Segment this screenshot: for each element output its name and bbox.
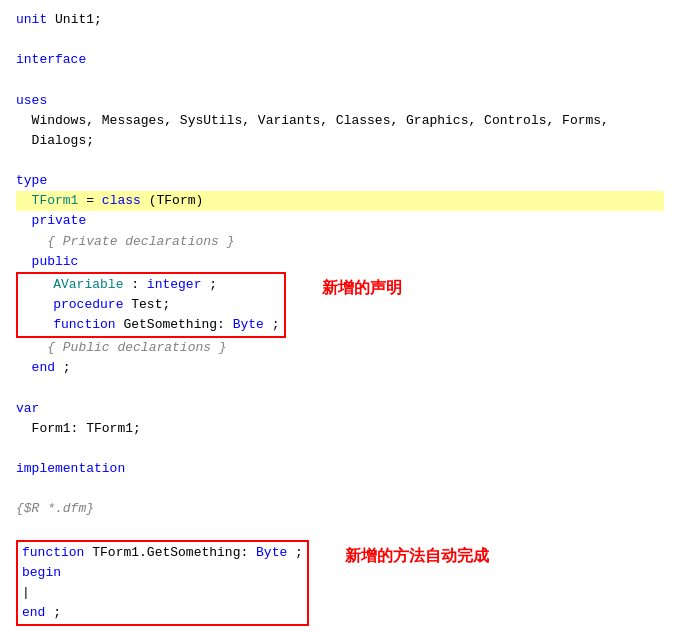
line-unit: unit Unit1; <box>16 10 664 30</box>
kw-end1: end <box>22 605 45 620</box>
blank-7 <box>16 520 664 540</box>
code-editor: unit Unit1; interface uses Windows, Mess… <box>16 10 664 632</box>
function-redbox: function TForm1.GetSomething: Byte ; beg… <box>16 540 309 627</box>
line-uses-dialogs: Dialogs; <box>16 131 664 151</box>
line-avariable: AVariable : integer ; <box>22 275 280 295</box>
func-fullname: TForm1.GetSomething: <box>92 545 256 560</box>
getsomething-semi: ; <box>272 317 280 332</box>
tform-parent: (TForm) <box>149 193 204 208</box>
tform1-name: TForm1 <box>32 193 79 208</box>
declaration-redbox: AVariable : integer ; procedure Test; fu… <box>16 272 286 338</box>
blank-6 <box>16 479 664 499</box>
kw-integer: integer <box>147 277 202 292</box>
kw-function1: function <box>53 317 115 332</box>
kw-implementation: implementation <box>16 461 125 476</box>
line-type: type <box>16 171 664 191</box>
line-interface: interface <box>16 50 664 70</box>
kw-class: class <box>102 193 141 208</box>
kw-byte: Byte <box>233 317 264 332</box>
annotation-new-method-auto: 新增的方法自动完成 <box>345 544 489 569</box>
line-procedure-test: procedure Test; <box>22 295 280 315</box>
blank-8 <box>16 626 664 632</box>
blank-5 <box>16 439 664 459</box>
declaration-section: AVariable : integer ; procedure Test; fu… <box>16 272 664 338</box>
avariable-type: : <box>131 277 147 292</box>
kw-procedure1: procedure <box>53 297 123 312</box>
kw-public: public <box>32 254 79 269</box>
private-comment: { Private declarations } <box>47 234 234 249</box>
func-end-semi: ; <box>53 605 61 620</box>
line-public: public <box>16 252 664 272</box>
function-section: function TForm1.GetSomething: Byte ; beg… <box>16 540 664 627</box>
line-func-header: function TForm1.GetSomething: Byte ; <box>22 543 303 563</box>
uses-dialogs: Dialogs; <box>16 133 94 148</box>
line-func-begin: begin <box>22 563 303 583</box>
kw-unit: unit <box>16 12 47 27</box>
line-public-comment: { Public declarations } <box>16 338 664 358</box>
kw-begin1: begin <box>22 565 61 580</box>
annotation-new-declaration: 新增的声明 <box>322 276 402 301</box>
line-dfm: {$R *.dfm} <box>16 499 664 519</box>
equals: = <box>86 193 102 208</box>
getsomething-name: GetSomething: <box>123 317 232 332</box>
line-var: var <box>16 399 664 419</box>
declaration-code: AVariable : integer ; procedure Test; fu… <box>16 272 286 338</box>
line-private-comment: { Private declarations } <box>16 232 664 252</box>
blank-1 <box>16 30 664 50</box>
line-func-end: end ; <box>22 603 303 623</box>
kw-var: var <box>16 401 39 416</box>
avariable-semi: ; <box>209 277 217 292</box>
annotation-declaration: 新增的声明 <box>286 272 402 301</box>
line-tform1-class: TForm1 = class (TForm) <box>16 191 664 211</box>
blank-2 <box>16 70 664 90</box>
line-uses-items: Windows, Messages, SysUtils, Variants, C… <box>16 111 664 131</box>
kw-type: type <box>16 173 47 188</box>
line-form1: Form1: TForm1; <box>16 419 664 439</box>
kw-function2: function <box>22 545 84 560</box>
unit-name: Unit1; <box>55 12 102 27</box>
function-code: function TForm1.GetSomething: Byte ; beg… <box>16 540 309 627</box>
kw-byte2: Byte <box>256 545 287 560</box>
avariable-name: AVariable <box>53 277 123 292</box>
line-func-cursor: | <box>22 583 303 603</box>
public-comment: { Public declarations } <box>47 340 226 355</box>
line-private: private <box>16 211 664 231</box>
kw-end-class: end <box>32 360 55 375</box>
kw-interface: interface <box>16 52 86 67</box>
kw-private: private <box>32 213 87 228</box>
test-name: Test; <box>131 297 170 312</box>
dfm-directive: {$R *.dfm} <box>16 501 94 516</box>
annotation-method-auto: 新增的方法自动完成 <box>309 540 489 569</box>
line-implementation: implementation <box>16 459 664 479</box>
blank-3 <box>16 151 664 171</box>
func-cursor: | <box>22 585 30 600</box>
func-semi: ; <box>295 545 303 560</box>
uses-items: Windows, Messages, SysUtils, Variants, C… <box>16 113 609 128</box>
kw-uses: uses <box>16 93 47 108</box>
tform1-class-highlight: TForm1 = class (TForm) <box>16 191 664 211</box>
line-uses: uses <box>16 91 664 111</box>
blank-4 <box>16 379 664 399</box>
end-semi-1: ; <box>63 360 71 375</box>
line-function-getsomething: function GetSomething: Byte ; <box>22 315 280 335</box>
form1-var: Form1: TForm1; <box>32 421 141 436</box>
line-end-class: end ; <box>16 358 664 378</box>
